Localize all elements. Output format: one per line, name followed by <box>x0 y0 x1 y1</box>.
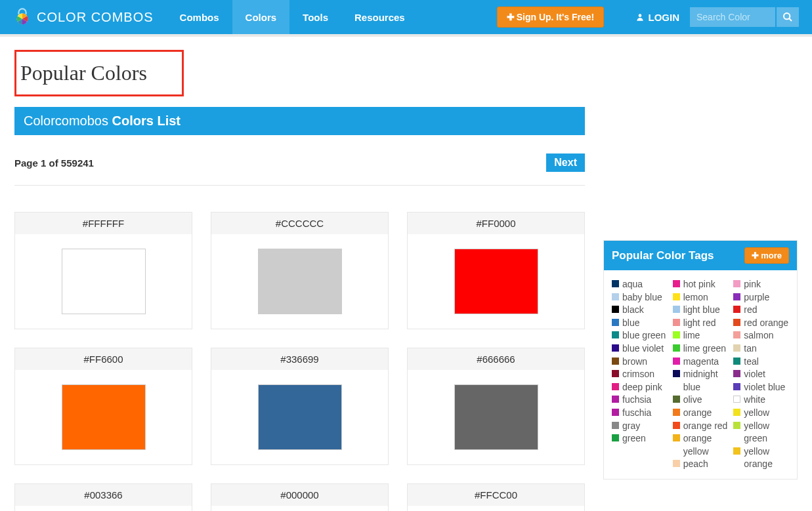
more-label: more <box>761 251 782 260</box>
nav-item-resources[interactable]: Resources <box>341 0 418 34</box>
color-hex-label[interactable]: #FF0000 <box>408 213 584 234</box>
color-hex-label[interactable]: #666666 <box>408 348 584 370</box>
tag-label: white <box>744 394 765 407</box>
color-tag[interactable]: lime <box>673 329 729 342</box>
tag-label: aqua <box>622 278 643 291</box>
tags-columns: aquababy blueblackblueblue greenblue vio… <box>604 270 797 479</box>
color-tag[interactable]: orange yellow <box>673 432 729 458</box>
search-input[interactable] <box>690 7 775 27</box>
login-link[interactable]: LOGIN <box>635 12 680 23</box>
tag-label: lime <box>683 329 700 342</box>
color-hex-label[interactable]: #000000 <box>211 484 388 506</box>
search-button[interactable] <box>777 7 799 27</box>
color-tag[interactable]: red <box>733 304 789 317</box>
tag-label: salmon <box>744 329 773 342</box>
next-button[interactable]: Next <box>546 153 585 172</box>
color-tag[interactable]: violet <box>733 368 789 381</box>
color-swatch[interactable] <box>258 384 342 450</box>
color-tag[interactable]: red orange <box>733 317 789 330</box>
color-tag[interactable]: baby blue <box>612 291 668 304</box>
color-tag[interactable]: orange <box>673 407 729 420</box>
color-tag[interactable]: yellow orange <box>733 445 789 471</box>
color-tag[interactable]: olive <box>673 394 729 407</box>
nav-item-tools[interactable]: Tools <box>289 0 341 34</box>
color-tag[interactable]: midnight blue <box>673 368 729 394</box>
color-hex-label[interactable]: #336699 <box>211 348 388 370</box>
tag-label: blue green <box>622 329 666 342</box>
tag-swatch <box>673 434 680 441</box>
colors-list-header: Colorcomobos Colors List <box>14 107 585 135</box>
lock-color-wheel-icon <box>13 8 32 26</box>
tag-swatch <box>673 422 680 429</box>
color-tag[interactable]: blue green <box>612 329 668 342</box>
brand-logo[interactable]: COLOR COMBOS <box>13 8 154 26</box>
swatch-container <box>15 506 192 511</box>
color-tag[interactable]: purple <box>733 291 789 304</box>
signup-button[interactable]: ✚Sign Up. It's Free! <box>497 7 604 28</box>
signup-label: Sign Up. It's Free! <box>517 12 594 22</box>
tag-label: violet blue <box>744 381 785 394</box>
color-tag[interactable]: teal <box>733 356 789 369</box>
color-hex-label[interactable]: #FFCC00 <box>408 484 584 506</box>
color-tag[interactable]: yellow green <box>733 420 789 445</box>
page-body: Popular Colors Colorcomobos Colors List … <box>0 37 812 511</box>
color-tag[interactable]: aqua <box>612 278 668 291</box>
tag-swatch <box>733 306 740 313</box>
color-tag[interactable]: fuchsia <box>612 394 668 407</box>
color-tag[interactable]: blue violet <box>612 342 668 356</box>
color-tag[interactable]: magenta <box>673 356 729 369</box>
color-tag[interactable]: blue <box>612 317 668 330</box>
color-tag[interactable]: tan <box>733 342 789 356</box>
tag-label: orange red <box>683 420 728 433</box>
color-tag[interactable]: lemon <box>673 291 729 304</box>
sidebar-column: Popular Color Tags ✚ more aquababy blueb… <box>603 50 798 511</box>
login-label: LOGIN <box>649 12 680 23</box>
color-swatch[interactable] <box>454 384 538 450</box>
color-swatch[interactable] <box>62 384 146 450</box>
tag-label: blue <box>622 317 639 330</box>
color-tag[interactable]: pink <box>733 278 789 291</box>
user-icon <box>635 12 645 22</box>
swatch-container <box>408 506 584 511</box>
color-hex-label[interactable]: #FF6600 <box>15 348 192 370</box>
tag-label: olive <box>683 394 702 407</box>
tag-swatch <box>612 344 619 352</box>
color-tag[interactable]: gray <box>612 420 668 433</box>
color-hex-label[interactable]: #003366 <box>15 484 192 506</box>
tag-label: magenta <box>683 356 719 369</box>
color-tag[interactable]: lime green <box>673 342 729 356</box>
color-tag[interactable]: hot pink <box>673 278 729 291</box>
tag-label: green <box>622 432 646 445</box>
swatch-container <box>408 234 584 329</box>
color-tag[interactable]: light blue <box>673 304 729 317</box>
color-tag[interactable]: green <box>612 432 668 445</box>
color-tag[interactable]: deep pink <box>612 381 668 394</box>
tag-label: red orange <box>744 317 788 330</box>
color-tag[interactable]: fuschia <box>612 407 668 420</box>
color-tag[interactable]: light red <box>673 317 729 330</box>
color-tag[interactable]: violet blue <box>733 381 789 394</box>
more-tags-button[interactable]: ✚ more <box>744 247 789 264</box>
color-tag[interactable]: peach <box>673 458 729 471</box>
tag-swatch <box>612 306 619 313</box>
brand-name: COLOR COMBOS <box>37 10 154 25</box>
color-hex-label[interactable]: #CCCCCC <box>211 213 388 234</box>
color-hex-label[interactable]: #FFFFFF <box>15 213 192 234</box>
color-tag[interactable]: crimson <box>612 368 668 381</box>
color-tag[interactable]: salmon <box>733 329 789 342</box>
tag-label: peach <box>683 458 708 471</box>
tag-label: light blue <box>683 304 720 317</box>
color-tag[interactable]: white <box>733 394 789 407</box>
tag-swatch <box>733 358 740 365</box>
color-tag[interactable]: yellow <box>733 407 789 420</box>
tag-swatch <box>612 422 619 429</box>
color-swatch[interactable] <box>62 249 146 314</box>
nav-item-colors[interactable]: Colors <box>232 0 290 34</box>
color-tag[interactable]: orange red <box>673 420 729 433</box>
nav-item-combos[interactable]: Combos <box>167 0 232 34</box>
plus-icon: ✚ <box>507 12 515 22</box>
color-tag[interactable]: brown <box>612 356 668 369</box>
color-tag[interactable]: black <box>612 304 668 317</box>
color-swatch[interactable] <box>258 249 342 314</box>
color-swatch[interactable] <box>454 249 538 314</box>
